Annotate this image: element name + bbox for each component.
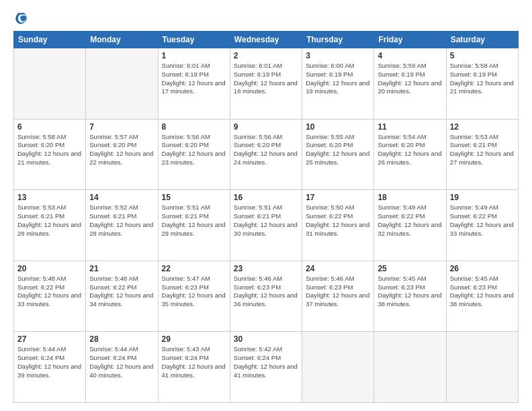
day-number: 9 [234, 122, 298, 132]
day-info: Sunrise: 5:55 AM Sunset: 6:20 PM Dayligh… [306, 133, 370, 167]
calendar-cell: 20Sunrise: 5:48 AM Sunset: 6:22 PM Dayli… [14, 261, 86, 332]
day-number: 30 [234, 334, 298, 344]
calendar-cell: 27Sunrise: 5:44 AM Sunset: 6:24 PM Dayli… [14, 332, 86, 403]
logo [13, 11, 31, 26]
calendar-cell [374, 332, 446, 403]
calendar-week-row: 27Sunrise: 5:44 AM Sunset: 6:24 PM Dayli… [14, 332, 519, 403]
day-number: 28 [89, 334, 154, 344]
page: SundayMondayTuesdayWednesdayThursdayFrid… [0, 0, 532, 411]
day-info: Sunrise: 5:51 AM Sunset: 6:21 PM Dayligh… [234, 203, 298, 238]
calendar-table: SundayMondayTuesdayWednesdayThursdayFrid… [13, 31, 519, 403]
calendar-cell: 29Sunrise: 5:43 AM Sunset: 6:24 PM Dayli… [158, 332, 230, 403]
day-number: 27 [17, 334, 82, 344]
day-info: Sunrise: 5:52 AM Sunset: 6:21 PM Dayligh… [89, 203, 154, 238]
day-number: 2 [234, 51, 298, 60]
day-number: 17 [306, 193, 370, 202]
day-number: 16 [234, 193, 298, 202]
day-header-tuesday: Tuesday [158, 32, 230, 48]
day-number: 23 [234, 264, 298, 273]
day-number: 21 [89, 264, 154, 273]
day-number: 3 [306, 51, 370, 60]
calendar-cell: 30Sunrise: 5:42 AM Sunset: 6:24 PM Dayli… [230, 332, 302, 403]
day-header-wednesday: Wednesday [230, 32, 302, 48]
day-number: 15 [162, 193, 226, 202]
calendar-cell: 6Sunrise: 5:58 AM Sunset: 6:20 PM Daylig… [14, 119, 86, 190]
day-number: 19 [450, 193, 515, 202]
day-info: Sunrise: 5:45 AM Sunset: 6:23 PM Dayligh… [450, 275, 515, 309]
day-number: 25 [378, 264, 442, 273]
day-number: 10 [306, 122, 370, 132]
calendar-week-row: 6Sunrise: 5:58 AM Sunset: 6:20 PM Daylig… [14, 119, 519, 190]
calendar-header-row: SundayMondayTuesdayWednesdayThursdayFrid… [14, 32, 519, 48]
calendar-cell: 18Sunrise: 5:49 AM Sunset: 6:22 PM Dayli… [374, 190, 446, 261]
calendar-cell: 26Sunrise: 5:45 AM Sunset: 6:23 PM Dayli… [446, 261, 518, 332]
day-info: Sunrise: 6:00 AM Sunset: 6:19 PM Dayligh… [306, 62, 370, 96]
calendar-cell [14, 48, 86, 120]
day-info: Sunrise: 5:43 AM Sunset: 6:24 PM Dayligh… [162, 345, 226, 379]
day-info: Sunrise: 5:46 AM Sunset: 6:23 PM Dayligh… [234, 275, 298, 309]
day-number: 1 [162, 51, 226, 60]
calendar-cell: 7Sunrise: 5:57 AM Sunset: 6:20 PM Daylig… [86, 119, 158, 190]
day-info: Sunrise: 5:48 AM Sunset: 6:22 PM Dayligh… [17, 275, 82, 309]
calendar-cell: 17Sunrise: 5:50 AM Sunset: 6:22 PM Dayli… [302, 190, 374, 261]
day-header-thursday: Thursday [302, 32, 374, 48]
calendar-cell: 2Sunrise: 6:01 AM Sunset: 6:19 PM Daylig… [230, 48, 302, 120]
calendar-cell: 12Sunrise: 5:53 AM Sunset: 6:21 PM Dayli… [446, 119, 518, 190]
calendar-cell: 22Sunrise: 5:47 AM Sunset: 6:23 PM Dayli… [158, 261, 230, 332]
day-number: 6 [17, 122, 82, 132]
calendar-cell: 4Sunrise: 5:59 AM Sunset: 6:19 PM Daylig… [374, 48, 446, 120]
day-info: Sunrise: 5:49 AM Sunset: 6:22 PM Dayligh… [450, 203, 515, 238]
calendar-cell: 23Sunrise: 5:46 AM Sunset: 6:23 PM Dayli… [230, 261, 302, 332]
day-number: 8 [162, 122, 226, 132]
day-number: 26 [450, 264, 515, 273]
day-number: 29 [162, 334, 226, 344]
calendar-week-row: 13Sunrise: 5:53 AM Sunset: 6:21 PM Dayli… [14, 190, 519, 261]
day-number: 13 [17, 193, 82, 202]
day-number: 4 [378, 51, 442, 60]
day-header-friday: Friday [374, 32, 446, 48]
day-header-monday: Monday [86, 32, 158, 48]
calendar-cell: 1Sunrise: 6:01 AM Sunset: 6:19 PM Daylig… [158, 48, 230, 120]
day-info: Sunrise: 5:48 AM Sunset: 6:22 PM Dayligh… [89, 275, 154, 309]
calendar-cell: 28Sunrise: 5:44 AM Sunset: 6:24 PM Dayli… [86, 332, 158, 403]
day-number: 14 [89, 193, 154, 202]
calendar-week-row: 1Sunrise: 6:01 AM Sunset: 6:19 PM Daylig… [14, 48, 519, 120]
day-number: 24 [306, 264, 370, 273]
day-number: 18 [378, 193, 442, 202]
day-header-saturday: Saturday [446, 32, 518, 48]
calendar-cell: 3Sunrise: 6:00 AM Sunset: 6:19 PM Daylig… [302, 48, 374, 120]
calendar-cell: 21Sunrise: 5:48 AM Sunset: 6:22 PM Dayli… [86, 261, 158, 332]
calendar-week-row: 20Sunrise: 5:48 AM Sunset: 6:22 PM Dayli… [14, 261, 519, 332]
day-info: Sunrise: 5:50 AM Sunset: 6:22 PM Dayligh… [306, 203, 370, 238]
day-info: Sunrise: 5:46 AM Sunset: 6:23 PM Dayligh… [306, 275, 370, 309]
day-info: Sunrise: 5:47 AM Sunset: 6:23 PM Dayligh… [162, 275, 226, 309]
day-info: Sunrise: 5:56 AM Sunset: 6:20 PM Dayligh… [234, 133, 298, 167]
calendar-cell: 16Sunrise: 5:51 AM Sunset: 6:21 PM Dayli… [230, 190, 302, 261]
day-info: Sunrise: 5:54 AM Sunset: 6:20 PM Dayligh… [378, 133, 442, 167]
day-number: 20 [17, 264, 82, 273]
day-info: Sunrise: 5:51 AM Sunset: 6:21 PM Dayligh… [162, 203, 226, 238]
day-info: Sunrise: 5:44 AM Sunset: 6:24 PM Dayligh… [17, 345, 82, 379]
day-number: 7 [89, 122, 154, 132]
day-info: Sunrise: 5:58 AM Sunset: 6:19 PM Dayligh… [450, 62, 515, 96]
day-info: Sunrise: 5:53 AM Sunset: 6:21 PM Dayligh… [450, 133, 515, 167]
header [13, 11, 519, 26]
day-number: 5 [450, 51, 515, 60]
day-info: Sunrise: 5:59 AM Sunset: 6:19 PM Dayligh… [378, 62, 442, 96]
calendar-cell: 8Sunrise: 5:56 AM Sunset: 6:20 PM Daylig… [158, 119, 230, 190]
day-header-sunday: Sunday [14, 32, 86, 48]
day-info: Sunrise: 5:44 AM Sunset: 6:24 PM Dayligh… [89, 345, 154, 379]
day-info: Sunrise: 6:01 AM Sunset: 6:19 PM Dayligh… [162, 62, 226, 96]
calendar-cell: 10Sunrise: 5:55 AM Sunset: 6:20 PM Dayli… [302, 119, 374, 190]
day-info: Sunrise: 5:58 AM Sunset: 6:20 PM Dayligh… [17, 133, 82, 167]
logo-icon [13, 11, 28, 26]
calendar-cell: 14Sunrise: 5:52 AM Sunset: 6:21 PM Dayli… [86, 190, 158, 261]
day-info: Sunrise: 5:49 AM Sunset: 6:22 PM Dayligh… [378, 203, 442, 238]
day-info: Sunrise: 6:01 AM Sunset: 6:19 PM Dayligh… [234, 62, 298, 96]
day-info: Sunrise: 5:57 AM Sunset: 6:20 PM Dayligh… [89, 133, 154, 167]
day-info: Sunrise: 5:56 AM Sunset: 6:20 PM Dayligh… [162, 133, 226, 167]
day-number: 12 [450, 122, 515, 132]
calendar-cell [446, 332, 518, 403]
calendar-cell: 5Sunrise: 5:58 AM Sunset: 6:19 PM Daylig… [446, 48, 518, 120]
calendar-cell [86, 48, 158, 120]
